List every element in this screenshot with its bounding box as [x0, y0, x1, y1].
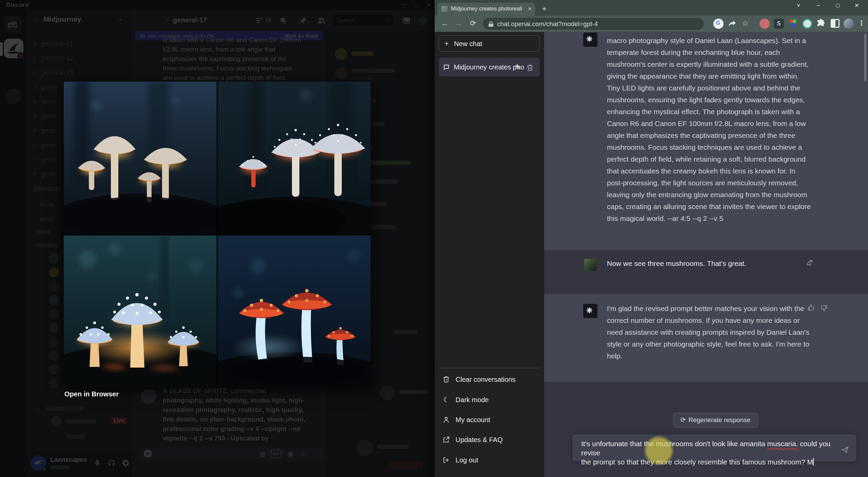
logout-icon — [443, 457, 450, 463]
edit-message-icon[interactable] — [806, 258, 814, 266]
extension-icon[interactable] — [760, 19, 770, 29]
chat-input[interactable]: It's unfortunate that the mushrooms don'… — [572, 434, 856, 461]
thumbs-up-icon[interactable] — [807, 304, 815, 311]
bookmark-star-icon[interactable]: ☆ — [742, 19, 749, 28]
tab-search-chevron[interactable]: ˅ — [797, 2, 801, 9]
user-message-row: Now we see three mushrooms. That's great… — [544, 250, 868, 294]
regenerate-response-button[interactable]: ⟳Regenerate response — [673, 413, 758, 428]
assistant-avatar: ❋ — [583, 33, 597, 47]
forward-button[interactable]: → — [454, 19, 464, 28]
side-panel-icon[interactable] — [831, 19, 840, 28]
misspelled-word: muscaria. — [767, 440, 798, 448]
reload-button[interactable]: ⟳ — [468, 19, 478, 28]
external-link-icon — [443, 436, 450, 443]
assistant-message-row: ❋ I'm glad the revised prompt better mat… — [544, 294, 868, 382]
openai-logo-icon: ❋ — [586, 306, 592, 315]
mushroom-image-2[interactable] — [218, 82, 371, 234]
extensions-puzzle-icon[interactable] — [816, 19, 825, 28]
browser-tab[interactable]: Midjourney creates photorealisti × — [437, 3, 535, 16]
mushroom-image-3[interactable] — [64, 235, 217, 388]
plus-icon: + — [439, 36, 454, 52]
tab-favicon — [441, 6, 448, 12]
lock-icon — [488, 21, 494, 27]
chat-input-text: It's unfortunate that the mushrooms don'… — [581, 439, 839, 466]
midjourney-image-grid[interactable] — [64, 82, 371, 388]
url-text[interactable]: chat.openai.com/chat?model=gpt-4 — [497, 18, 598, 30]
cursor-highlight — [644, 436, 674, 465]
sidebar-log-out[interactable]: Log out — [439, 452, 540, 468]
chat-bubble-icon — [439, 58, 454, 77]
tab-close-icon[interactable]: × — [528, 5, 532, 13]
browser-toolbar: ← → ⟳ chat.openai.com/chat?model=gpt-4 G… — [435, 16, 868, 32]
share-icon[interactable] — [728, 20, 736, 27]
person-icon — [443, 416, 450, 423]
browser-profile-avatar[interactable] — [844, 19, 854, 29]
chatgpt-page: +New chat Midjourney creates pho ✎ Clear… — [435, 32, 868, 477]
refresh-icon: ⟳ — [680, 416, 686, 423]
new-chat-button[interactable]: +New chat — [439, 35, 540, 51]
window-maximize-button[interactable]: ▢ — [835, 2, 840, 8]
window-close-button[interactable]: ✕ — [854, 2, 859, 9]
edit-pencil-icon[interactable]: ✎ — [515, 58, 521, 77]
chatgpt-sidebar: +New chat Midjourney creates pho ✎ Clear… — [435, 32, 544, 477]
tab-title: Midjourney creates photorealisti — [451, 6, 522, 12]
sidebar-my-account[interactable]: My account — [439, 412, 540, 428]
assistant-message-text: macro photography style of Daniel Laan (… — [607, 35, 844, 224]
openai-logo-icon: ❋ — [586, 35, 592, 44]
trash-icon[interactable] — [527, 58, 533, 77]
rgb-extension-icon[interactable] — [788, 19, 798, 29]
trash-icon — [443, 376, 449, 383]
moon-icon: ☾ — [439, 392, 454, 408]
sidebar-divider — [439, 368, 540, 368]
sidebar-clear-conversations[interactable]: Clear conversations — [439, 371, 540, 388]
google-extension-icon[interactable]: G — [713, 19, 724, 29]
new-tab-button[interactable]: + — [542, 4, 547, 14]
assistant-avatar: ❋ — [583, 304, 597, 318]
mushroom-image-1[interactable] — [64, 82, 217, 234]
sidebar-updates-faq[interactable]: Updates & FAQ — [439, 432, 540, 448]
mushroom-image-4[interactable] — [218, 235, 371, 388]
extension-icon[interactable] — [802, 19, 812, 29]
conversation-item[interactable]: Midjourney creates pho ✎ — [439, 58, 540, 77]
send-button[interactable] — [841, 446, 849, 454]
open-in-browser-link[interactable]: Open in Browser — [64, 390, 119, 398]
window-minimize-button[interactable]: − — [816, 2, 820, 9]
extension-icon-s[interactable]: S — [774, 19, 784, 29]
back-button[interactable]: ← — [440, 19, 450, 28]
browser-menu-icon[interactable]: ⋮ — [858, 19, 865, 27]
scrollbar-thumb[interactable] — [864, 34, 866, 81]
thumbs-down-icon[interactable] — [820, 305, 828, 312]
conversation-title: Midjourney creates pho — [454, 63, 524, 71]
text-caret — [813, 458, 814, 465]
browser-window: Midjourney creates photorealisti × + ˅ −… — [435, 0, 868, 477]
address-bar[interactable]: chat.openai.com/chat?model=gpt-4 — [483, 18, 704, 30]
assistant-message-row: ❋ macro photography style of Daniel Laan… — [544, 32, 868, 250]
sidebar-dark-mode[interactable]: ☾ Dark mode — [439, 392, 540, 408]
user-avatar — [584, 259, 596, 271]
assistant-message-text: I'm glad the revised prompt better match… — [607, 303, 844, 362]
